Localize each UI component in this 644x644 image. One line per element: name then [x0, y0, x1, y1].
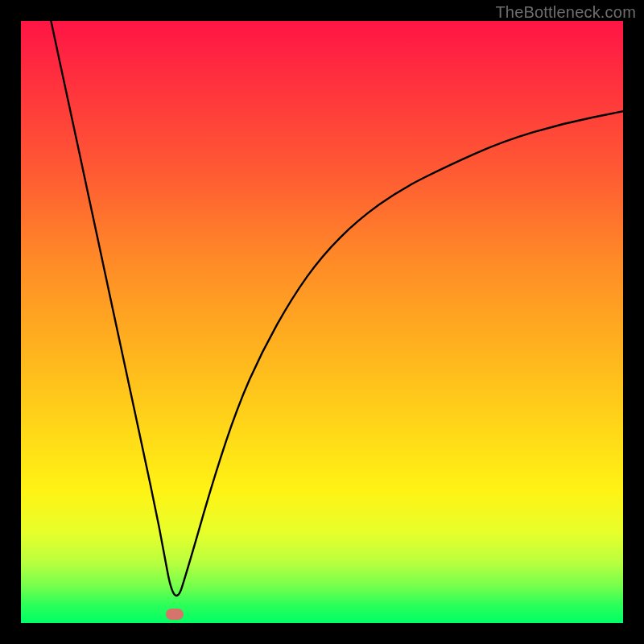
watermark-text: TheBottleneck.com: [495, 3, 636, 22]
plot-area: [21, 21, 623, 623]
bottleneck-curve: [21, 21, 623, 623]
chart-frame: TheBottleneck.com: [0, 0, 644, 644]
optimal-marker: [166, 609, 184, 620]
